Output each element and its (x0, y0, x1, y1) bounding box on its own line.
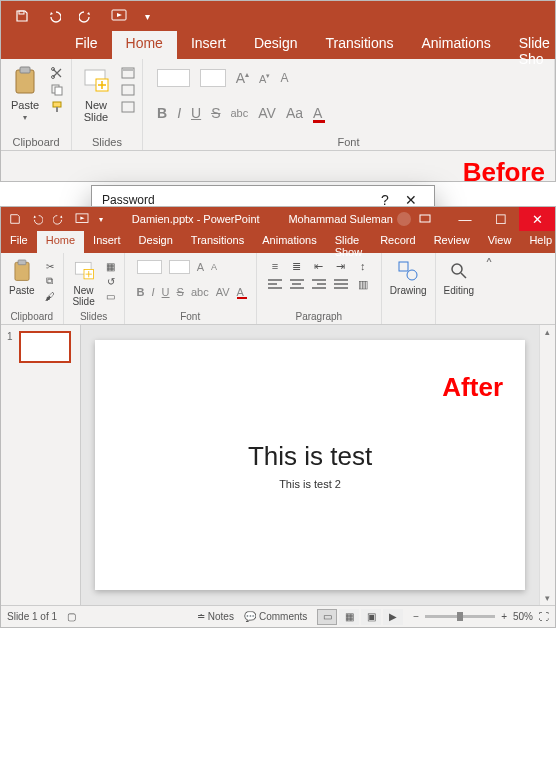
scroll-up-icon[interactable]: ▴ (545, 327, 550, 337)
slide-sorter-view-icon[interactable]: ▦ (339, 609, 359, 625)
reset-icon[interactable]: ↺ (104, 275, 118, 287)
clear-formatting-icon[interactable]: A (280, 71, 288, 85)
italic-button[interactable]: I (152, 286, 155, 298)
drawing-button[interactable]: Drawing (388, 257, 429, 298)
tab-slideshow[interactable]: Slide Show (326, 231, 372, 253)
shrink-font-icon[interactable]: A▾ (259, 72, 270, 85)
qat-customize-icon[interactable]: ▾ (99, 215, 103, 224)
tab-review[interactable]: Review (425, 231, 479, 253)
grow-font-icon[interactable]: A▴ (236, 70, 249, 86)
comments-button[interactable]: 💬Comments (244, 611, 307, 622)
slide-subtitle[interactable]: This is test 2 (279, 478, 341, 490)
font-family-combo[interactable] (137, 260, 162, 274)
cut-icon[interactable]: ✂ (43, 260, 57, 272)
tab-slideshow[interactable]: Slide Sho (505, 31, 556, 59)
undo-icon[interactable] (31, 213, 43, 225)
copy-icon[interactable]: ⧉ (43, 275, 57, 287)
underline-button[interactable]: U (162, 286, 170, 298)
format-painter-icon[interactable]: 🖌 (43, 290, 57, 302)
editing-button[interactable]: Editing (442, 257, 477, 298)
tab-insert[interactable]: Insert (177, 31, 240, 59)
zoom-percent[interactable]: 50% (513, 611, 533, 622)
zoom-out-icon[interactable]: − (413, 611, 419, 622)
italic-button[interactable]: I (177, 105, 181, 121)
save-icon[interactable] (9, 213, 21, 225)
bullets-icon[interactable]: ≡ (267, 259, 283, 273)
tab-help[interactable]: Help (520, 231, 556, 253)
redo-icon[interactable] (53, 213, 65, 225)
text-shadow-button[interactable]: abc (230, 107, 248, 119)
align-center-icon[interactable] (289, 277, 305, 291)
save-icon[interactable] (15, 9, 29, 23)
maximize-icon[interactable]: ☐ (483, 207, 519, 231)
tab-animations[interactable]: Animations (253, 231, 325, 253)
spell-check-icon[interactable]: ▢ (67, 611, 76, 622)
scroll-down-icon[interactable]: ▾ (545, 593, 550, 603)
paste-button[interactable]: Paste (7, 257, 37, 298)
fit-to-window-icon[interactable]: ⛶ (539, 611, 549, 622)
tab-home[interactable]: Home (37, 231, 84, 253)
char-spacing-button[interactable]: AV (216, 286, 230, 298)
tab-record[interactable]: Record (371, 231, 424, 253)
slideshow-view-icon[interactable]: ▶ (383, 609, 403, 625)
line-spacing-icon[interactable]: ↕ (355, 259, 371, 273)
tab-animations[interactable]: Animations (407, 31, 504, 59)
reading-view-icon[interactable]: ▣ (361, 609, 381, 625)
indent-increase-icon[interactable]: ⇥ (333, 259, 349, 273)
strike-button[interactable]: S (211, 105, 220, 121)
slide-counter[interactable]: Slide 1 of 1 (7, 611, 57, 622)
zoom-slider[interactable] (425, 615, 495, 618)
signed-in-user[interactable]: Mohammad Suleman (280, 212, 419, 226)
layout-icon[interactable]: ▦ (104, 260, 118, 272)
underline-button[interactable]: U (191, 105, 201, 121)
font-size-combo[interactable] (169, 260, 190, 274)
copy-icon[interactable] (49, 83, 65, 97)
tab-transitions[interactable]: Transitions (182, 231, 253, 253)
text-shadow-button[interactable]: abc (191, 286, 209, 298)
format-painter-icon[interactable] (49, 100, 65, 114)
paste-button[interactable]: Paste ▾ (7, 63, 43, 124)
slide-title[interactable]: This is test (248, 441, 372, 472)
font-family-combo[interactable] (157, 69, 190, 87)
vertical-scrollbar[interactable]: ▴ ▾ (539, 325, 555, 605)
change-case-button[interactable]: Aa (286, 105, 303, 121)
tab-file[interactable]: File (61, 31, 112, 59)
bold-button[interactable]: B (157, 105, 167, 121)
layout-icon[interactable] (120, 66, 136, 80)
grow-font-icon[interactable]: A (197, 261, 204, 273)
start-from-beginning-icon[interactable] (111, 9, 127, 23)
normal-view-icon[interactable]: ▭ (317, 609, 337, 625)
bold-button[interactable]: B (137, 286, 145, 298)
align-left-icon[interactable] (267, 277, 283, 291)
font-color-button[interactable]: A (237, 286, 244, 298)
tab-home[interactable]: Home (112, 31, 177, 59)
zoom-in-icon[interactable]: + (501, 611, 507, 622)
ribbon-display-options-icon[interactable] (419, 213, 447, 225)
font-color-button[interactable]: A (313, 105, 322, 121)
tab-design[interactable]: Design (240, 31, 312, 59)
char-spacing-button[interactable]: AV (258, 105, 276, 121)
shrink-font-icon[interactable]: A (211, 262, 217, 272)
tab-transitions[interactable]: Transitions (312, 31, 408, 59)
collapse-ribbon-icon[interactable]: ˄ (482, 253, 496, 324)
tab-view[interactable]: View (479, 231, 521, 253)
slide-thumbnails-pane[interactable]: 1 (1, 325, 81, 605)
new-slide-button[interactable]: New Slide (70, 257, 98, 309)
tab-insert[interactable]: Insert (84, 231, 130, 253)
section-icon[interactable]: ▭ (104, 290, 118, 302)
redo-icon[interactable] (79, 9, 93, 23)
cut-icon[interactable] (49, 66, 65, 80)
new-slide-button[interactable]: New Slide (78, 63, 114, 125)
indent-decrease-icon[interactable]: ⇤ (311, 259, 327, 273)
font-size-combo[interactable] (200, 69, 225, 87)
justify-icon[interactable] (333, 277, 349, 291)
slide-canvas[interactable]: After This is test This is test 2 (81, 325, 539, 605)
columns-icon[interactable]: ▥ (355, 277, 371, 291)
slide-thumbnail[interactable] (19, 331, 71, 363)
close-icon[interactable]: ✕ (519, 207, 555, 231)
undo-icon[interactable] (47, 9, 61, 23)
section-icon[interactable] (120, 100, 136, 114)
notes-button[interactable]: ≐Notes (197, 611, 234, 622)
minimize-icon[interactable]: — (447, 207, 483, 231)
start-from-beginning-icon[interactable] (75, 213, 89, 225)
